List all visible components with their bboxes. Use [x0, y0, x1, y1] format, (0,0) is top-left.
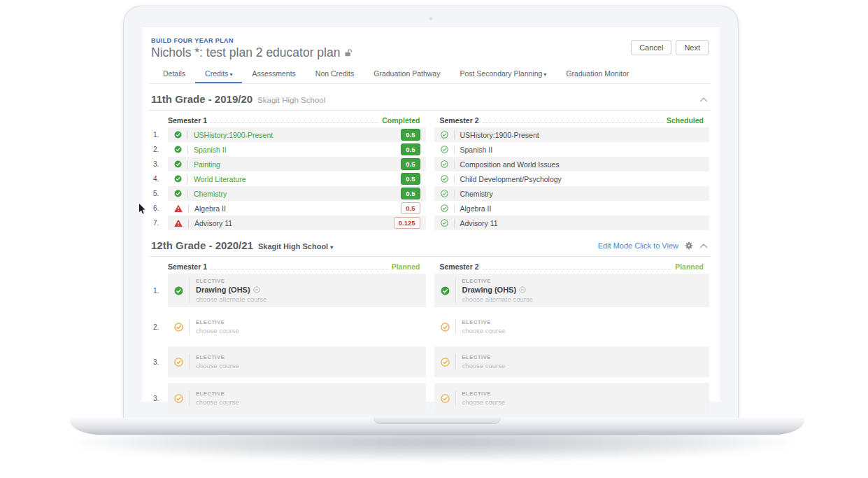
divider [187, 190, 188, 198]
semester-label: Semester 2 [440, 116, 479, 125]
divider [454, 175, 455, 183]
grade-11-semester-1: Semester 1 Completed 1.USHistory:1900-Pr… [150, 112, 426, 230]
choose-course-link[interactable]: choose course [462, 362, 704, 370]
laptop-mockup: BUILD FOUR YEAR PLAN Nichols *: test pla… [0, 0, 868, 478]
elective-tag: ELECTIVE [462, 354, 704, 360]
course-name-link[interactable]: USHistory:1900-Present [194, 131, 273, 139]
grade-12-section: 12th Grade - 2020/21 Skagit High School … [149, 238, 711, 418]
choose-course-link[interactable]: choose course [462, 327, 704, 335]
row-number: 6. [150, 201, 168, 216]
tab-bar: Details Credits▾ Assessments Non Credits… [149, 66, 711, 84]
plan-row: ELECTIVEchoose course [434, 346, 710, 377]
breadcrumb: BUILD FOUR YEAR PLAN [151, 37, 353, 44]
grade-12-semester-2: Semester 2 Planned ELECTIVEDrawing (OHS)… [434, 258, 710, 418]
row-number: 4. [150, 171, 168, 186]
tab-graduation-pathway[interactable]: Graduation Pathway [364, 66, 450, 83]
plan-row: 3.ELECTIVEchoose course [150, 346, 426, 377]
gear-icon[interactable] [685, 241, 693, 250]
elective-tag: ELECTIVE [196, 354, 420, 360]
course-row: Algebra II [434, 201, 710, 216]
course-name-link[interactable]: Painting [194, 160, 220, 169]
course-name-link[interactable]: Composition and World Issues [460, 160, 560, 169]
edit-mode-link[interactable]: Edit Mode Click to View [598, 241, 678, 250]
row-number: 3. [150, 157, 168, 171]
divider [187, 146, 188, 154]
row-number: 1. [150, 274, 168, 307]
chevron-up-icon[interactable] [699, 243, 708, 248]
row-number: 7. [150, 216, 168, 230]
status-badge: Scheduled [667, 116, 704, 125]
course-name-link[interactable]: Advisory 11 [460, 219, 498, 227]
credit-badge: 0.5 [401, 129, 420, 141]
course-name-link[interactable]: World Literature [194, 175, 246, 183]
course-name-link[interactable]: Spanish II [194, 146, 227, 154]
chevron-down-icon: ▾ [330, 244, 333, 251]
row-number: 3. [150, 383, 168, 414]
grade-12-school-dropdown[interactable]: Skagit High School ▾ [258, 242, 333, 251]
tab-post-secondary-planning[interactable]: Post Secondary Planning▾ [450, 66, 556, 83]
course-name-link[interactable]: Advisory 11 [194, 219, 232, 227]
plan-row: 2.ELECTIVEchoose course [150, 311, 426, 342]
elective-tag: ELECTIVE [462, 319, 704, 325]
choose-course-link[interactable]: choose course [196, 398, 420, 406]
check-circle-solid-icon [174, 160, 182, 168]
tab-graduation-monitor[interactable]: Graduation Monitor [556, 66, 639, 83]
course-row: USHistory:1900-Present [434, 127, 710, 142]
choose-alternate-course-link[interactable]: choose alternate course [196, 295, 420, 303]
credit-badge: 0.5 [401, 188, 420, 199]
divider [188, 204, 189, 213]
check-circle-orange-icon [441, 323, 450, 332]
check-circle-outline-icon [441, 219, 448, 227]
course-name-link[interactable]: USHistory:1900-Present [460, 131, 539, 139]
circle-minus-icon[interactable] [253, 286, 260, 293]
plan-row: 1.ELECTIVEDrawing (OHS)choose alternate … [150, 274, 426, 307]
tab-non-credits[interactable]: Non Credits [306, 66, 364, 83]
course-name-link[interactable]: Algebra II [194, 204, 226, 213]
plan-row: ELECTIVEchoose course [434, 383, 710, 414]
course-name-link[interactable]: Drawing (OHS) [196, 286, 250, 294]
check-circle-orange-icon [441, 394, 450, 403]
status-badge: Completed [382, 116, 420, 125]
grade-11-title: 11th Grade - 2019/20 [151, 93, 252, 105]
status-badge: Planned [675, 262, 704, 271]
course-row: 7.Advisory 110.125 [150, 216, 426, 230]
check-circle-orange-icon [441, 358, 450, 367]
next-button[interactable]: Next [676, 40, 709, 55]
tab-details[interactable]: Details [153, 66, 195, 83]
dotted-leader [483, 269, 672, 269]
divider [454, 190, 455, 198]
course-name-link[interactable]: Drawing (OHS) [462, 286, 517, 294]
choose-alternate-course-link[interactable]: choose alternate course [462, 295, 704, 303]
chevron-up-icon[interactable] [699, 97, 708, 102]
divider [454, 131, 455, 139]
course-name-link[interactable]: Chemistry [194, 190, 227, 198]
course-name-link[interactable]: Spanish II [460, 146, 493, 154]
row-number: 2. [150, 142, 168, 157]
divider [454, 204, 455, 213]
choose-course-link[interactable]: choose course [196, 327, 420, 335]
course-row: 3.Painting0.5 [150, 157, 426, 171]
chevron-down-icon: ▾ [229, 71, 232, 78]
check-circle-orange-icon [174, 323, 183, 332]
check-circle-solid-icon [174, 190, 182, 197]
tab-credits[interactable]: Credits▾ [195, 66, 242, 83]
choose-course-link[interactable]: choose course [462, 398, 704, 406]
divider [187, 131, 188, 139]
course-row: Advisory 11 [434, 216, 710, 230]
status-badge: Planned [392, 262, 420, 271]
course-row: Chemistry [434, 186, 710, 201]
tab-assessments[interactable]: Assessments [242, 66, 305, 83]
dotted-leader [211, 269, 388, 269]
dotted-leader [211, 122, 378, 123]
course-name-link[interactable]: Child Development/Psychology [460, 175, 562, 183]
check-circle-outline-icon [441, 160, 448, 168]
cancel-button[interactable]: Cancel [631, 40, 671, 55]
choose-course-link[interactable]: choose course [196, 362, 420, 370]
circle-minus-icon[interactable] [519, 286, 526, 293]
course-name-link[interactable]: Chemistry [460, 190, 493, 198]
app-window: BUILD FOUR YEAR PLAN Nichols *: test pla… [142, 27, 720, 402]
semester-label: Semester 1 [168, 262, 207, 271]
elective-tag: ELECTIVE [196, 319, 420, 325]
check-circle-outline-icon [441, 175, 448, 183]
course-name-link[interactable]: Algebra II [460, 204, 492, 213]
